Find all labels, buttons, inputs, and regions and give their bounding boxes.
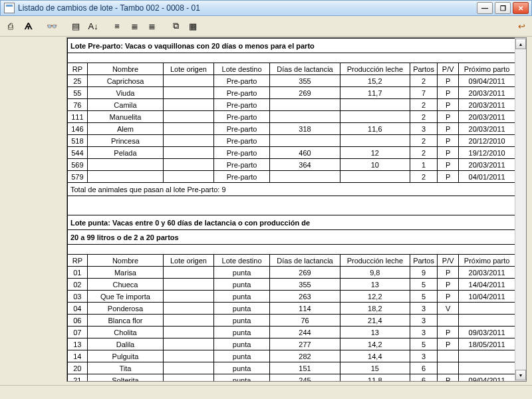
align-left-icon[interactable]: ≡: [109, 18, 125, 34]
table-row: 20 a 99 litros o de 2 a 20 partos: [68, 230, 515, 245]
report-viewport: Lote Pre-parto: Vacas o vaquillonas con …: [66, 37, 527, 382]
table-row: 01Marisapunta2699,89P20/03/2011: [68, 267, 515, 279]
table-row: 13Dalilapunta27714,25P18/05/2011: [68, 338, 515, 350]
table-row: Total de animales que pasan al lote Pre-…: [68, 183, 515, 196]
table-row: 55ViudaPre-parto26911,77P20/03/2011: [68, 87, 515, 99]
table-row: 579Pre-parto2P04/01/2011: [68, 171, 515, 183]
find-icon[interactable]: Ѧ: [20, 18, 36, 34]
scroll-up-icon[interactable]: ▴: [515, 39, 526, 49]
table-row: 76CamilaPre-parto2P20/03/2011: [68, 99, 515, 111]
table-row: 04Ponderosapunta11418,23V: [68, 303, 515, 315]
maximize-button[interactable]: ❐: [495, 2, 511, 14]
table-row: 146AlemPre-parto31811,63P20/03/2011: [68, 123, 515, 135]
align-right-icon[interactable]: ≣: [144, 18, 160, 34]
table-row: Lote punta: Vacas entre 0 y 60 días de l…: [68, 215, 515, 230]
sort-icon[interactable]: A↓: [85, 18, 101, 34]
table-row: 544PeladaPre-parto460122P19/12/2010: [68, 147, 515, 159]
table-row: RPNombreLote origenLote destinoDías de l…: [68, 63, 515, 75]
window-title: Listado de cambios de lote - Tambo 002 -…: [18, 3, 200, 13]
table-row: 25CaprichosaPre-parto35515,22P09/04/2011: [68, 75, 515, 87]
view-icon[interactable]: 👓: [44, 18, 60, 34]
table-row: 07Cholitapunta244133P09/03/2011: [68, 327, 515, 338]
report-body: Lote Pre-parto: Vacas o vaquillonas con …: [67, 38, 515, 381]
status-bar: [0, 385, 532, 399]
table-row: [68, 196, 515, 206]
minimize-button[interactable]: —: [477, 2, 493, 14]
table-row: RPNombreLote origenLote destinoDías de l…: [68, 255, 515, 267]
close-button[interactable]: ✕: [513, 2, 529, 14]
app-icon: [4, 3, 15, 13]
table-row: 20Titapunta151156: [68, 362, 515, 374]
table-row: Lote Pre-parto: Vacas o vaquillonas con …: [68, 39, 515, 53]
toolbar: ⎙ Ѧ 👓 ▤ A↓ ≡ ≣ ≣ ⧉ ▦ ↩: [0, 16, 532, 37]
grid-icon[interactable]: ▦: [185, 18, 201, 34]
table-row: 14Pulguitapunta28214,43: [68, 350, 515, 362]
title-bar: Listado de cambios de lote - Tambo 002 -…: [0, 0, 532, 16]
config-icon[interactable]: ▤: [68, 18, 84, 34]
table-row: 569Pre-parto364101P20/03/2011: [68, 159, 515, 171]
table-row: [68, 53, 515, 63]
table-row: [68, 205, 515, 215]
table-row: 518PrincesaPre-parto2P20/12/2010: [68, 135, 515, 147]
table-row: 06Blanca florpunta7621,43: [68, 315, 515, 327]
table-row: 111ManuelitaPre-parto2P20/03/2011: [68, 111, 515, 123]
vertical-scrollbar[interactable]: ▴ ▾: [515, 38, 526, 381]
align-center-icon[interactable]: ≣: [126, 18, 142, 34]
print-icon[interactable]: ⎙: [3, 18, 19, 34]
report-table: Lote Pre-parto: Vacas o vaquillonas con …: [67, 38, 515, 381]
table-row: [68, 245, 515, 255]
copy-icon[interactable]: ⧉: [168, 18, 184, 34]
table-row: 03Que Te importapunta26312,25P10/04/2011: [68, 291, 515, 303]
scroll-down-icon[interactable]: ▾: [515, 370, 526, 380]
exit-icon[interactable]: ↩: [513, 18, 529, 34]
table-row: 02Chuecapunta355135P14/04/2011: [68, 279, 515, 291]
table-row: 21Solteritapunta24511,86P09/04/2011: [68, 374, 515, 382]
